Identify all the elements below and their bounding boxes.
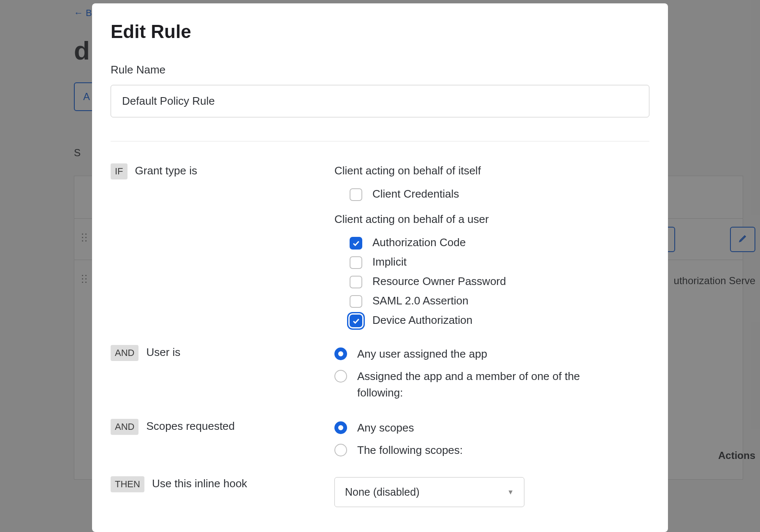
- inline-hook-label: Use this inline hook: [152, 476, 247, 490]
- inline-hook-selected-value: None (disabled): [345, 486, 420, 498]
- check-icon: [352, 317, 360, 325]
- any-scopes-radio[interactable]: [334, 421, 347, 434]
- assigned-member-label: Assigned the app and a member of one of …: [357, 368, 589, 401]
- scopes-section: AND Scopes requested Any scopes The foll…: [111, 419, 649, 459]
- modal-title: Edit Rule: [111, 21, 649, 42]
- following-scopes-label: The following scopes:: [357, 442, 463, 459]
- assigned-member-radio[interactable]: [334, 370, 347, 383]
- resource-owner-password-checkbox[interactable]: [350, 276, 362, 288]
- any-user-label: Any user assigned the app: [357, 346, 487, 362]
- client-credentials-checkbox[interactable]: [350, 188, 362, 201]
- implicit-checkbox[interactable]: [350, 256, 362, 269]
- device-authorization-checkbox[interactable]: [350, 315, 362, 327]
- user-is-section: AND User is Any user assigned the app As…: [111, 345, 649, 401]
- scopes-label: Scopes requested: [146, 419, 235, 433]
- saml-assertion-label: SAML 2.0 Assertion: [372, 294, 468, 307]
- authorization-code-label: Authorization Code: [372, 236, 466, 249]
- if-badge: IF: [111, 163, 128, 179]
- grant-type-label: Grant type is: [135, 163, 197, 177]
- client-credentials-label: Client Credentials: [372, 187, 459, 201]
- resource-owner-password-label: Resource Owner Password: [372, 275, 506, 288]
- any-user-radio[interactable]: [334, 347, 347, 360]
- chevron-down-icon: ▼: [507, 489, 514, 496]
- and-badge: AND: [111, 345, 138, 361]
- device-authorization-label: Device Authorization: [372, 314, 472, 327]
- divider: [111, 141, 649, 141]
- any-scopes-label: Any scopes: [357, 420, 414, 436]
- grant-type-group2-heading: Client acting on behalf of a user: [334, 213, 649, 226]
- rule-name-label: Rule Name: [111, 63, 649, 76]
- grant-type-section: IF Grant type is Client acting on behalf…: [111, 163, 649, 327]
- inline-hook-select[interactable]: None (disabled) ▼: [334, 477, 524, 507]
- authorization-code-checkbox[interactable]: [350, 237, 362, 250]
- rule-name-input[interactable]: [111, 85, 649, 117]
- check-icon: [352, 239, 360, 247]
- user-is-label: User is: [146, 345, 180, 359]
- inline-hook-section: THEN Use this inline hook None (disabled…: [111, 476, 649, 507]
- and-badge-2: AND: [111, 419, 138, 435]
- following-scopes-radio[interactable]: [334, 444, 347, 456]
- grant-type-group1-heading: Client acting on behalf of itself: [334, 164, 649, 177]
- then-badge: THEN: [111, 476, 144, 492]
- edit-rule-modal: Edit Rule Rule Name IF Grant type is Cli…: [92, 3, 668, 532]
- saml-assertion-checkbox[interactable]: [350, 295, 362, 308]
- implicit-label: Implicit: [372, 255, 407, 269]
